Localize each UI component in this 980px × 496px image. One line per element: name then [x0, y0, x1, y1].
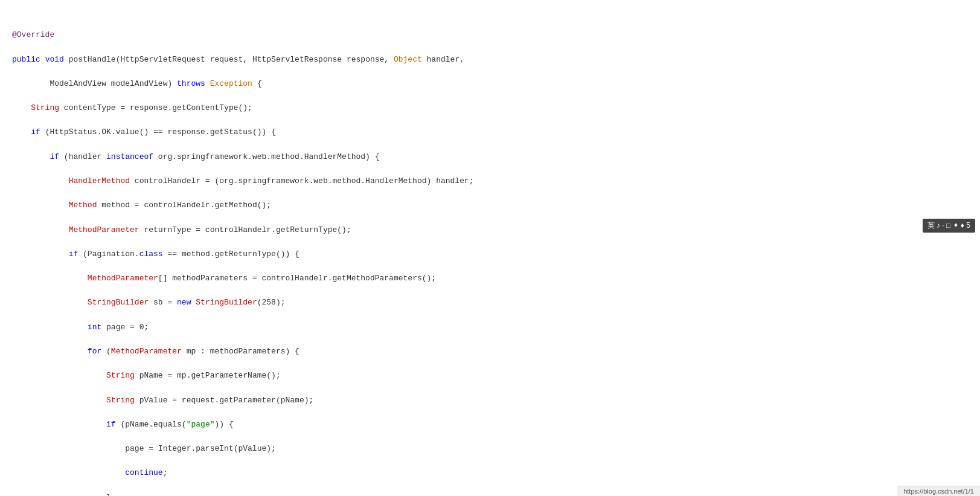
code-line: if (pName.equals("page")) { — [12, 419, 980, 431]
code-line: for (MethodParameter mp : methodParamete… — [12, 346, 980, 358]
code-line: if (handler instanceof org.springframewo… — [12, 151, 980, 163]
code-line: if (HttpStatus.OK.value() == response.ge… — [12, 126, 980, 138]
code-line: HandlerMethod controlHandelr = (org.spri… — [12, 175, 980, 187]
status-bar: https://blog.csdn.net/1/1 — [897, 486, 980, 496]
url-display: https://blog.csdn.net/1/1 — [903, 488, 974, 495]
code-line: String pValue = request.getParameter(pNa… — [12, 395, 980, 407]
code-line: continue; — [12, 467, 980, 479]
code-line: public void postHandle(HttpServletReques… — [12, 54, 980, 66]
code-line: MethodParameter[] methodParameters = con… — [12, 272, 980, 285]
code-line: String contentType = response.getContent… — [12, 102, 980, 114]
code-line: if (Pagination.class == method.getReturn… — [12, 248, 980, 260]
system-toolbar[interactable]: 英 ♪ · □ ✦ ♦ 5 — [923, 219, 975, 233]
code-line: String pName = mp.getParameterName(); — [12, 370, 980, 382]
toolbar-label: 英 ♪ · □ ✦ ♦ 5 — [927, 221, 970, 231]
code-line: int page = 0; — [12, 321, 980, 333]
code-line: Method method = controlHandelr.getMethod… — [12, 199, 980, 211]
code-line: StringBuilder sb = new StringBuilder(258… — [12, 297, 980, 309]
code-line: } — [12, 492, 980, 496]
code-line: MethodParameter returnType = controlHand… — [12, 224, 980, 236]
code-line: @Override — [12, 29, 980, 41]
code-editor: @Override public void postHandle(HttpSer… — [0, 0, 980, 496]
code-line: page = Integer.parseInt(pValue); — [12, 443, 980, 455]
code-line: ModelAndView modelAndView) throws Except… — [12, 78, 980, 90]
